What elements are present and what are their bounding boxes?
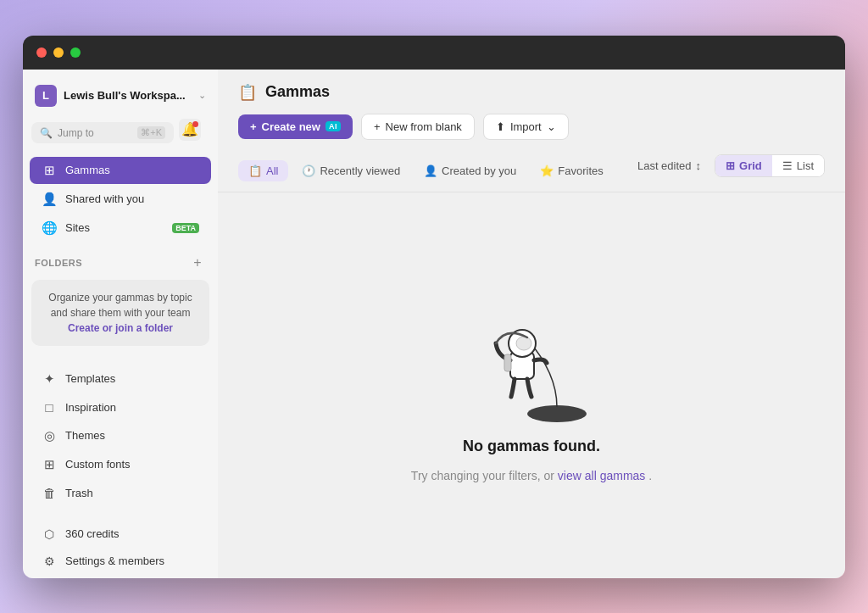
- globe-icon: 🌐: [42, 220, 57, 236]
- notification-dot: [192, 121, 198, 127]
- list-icon: ☰: [782, 159, 793, 172]
- sidebar-item-support[interactable]: 💬 Contact support: [30, 576, 211, 578]
- search-placeholder: Jump to: [58, 127, 132, 139]
- grid-icon: ⊞: [726, 159, 735, 172]
- new-blank-label: New from blank: [386, 120, 462, 133]
- list-view-button[interactable]: ☰ List: [772, 155, 824, 176]
- notification-button[interactable]: 🔔: [179, 119, 201, 141]
- credits-icon: ⬡: [42, 527, 57, 541]
- main-content: 📋 Gammas + Create new AI + New from blan…: [218, 70, 845, 578]
- folders-section-header: Folders +: [23, 248, 218, 275]
- sidebar-item-themes[interactable]: ◎ Themes: [30, 422, 211, 449]
- gammas-icon: ⊞: [42, 163, 57, 178]
- import-button[interactable]: ⬆ Import ⌄: [483, 114, 569, 140]
- sidebar-item-sites[interactable]: 🌐 Sites BETA: [30, 215, 211, 242]
- add-folder-button[interactable]: +: [189, 254, 206, 271]
- sidebar-item-inspiration[interactable]: □ Inspiration: [30, 394, 211, 421]
- sidebar-item-templates[interactable]: ✦ Templates: [30, 365, 211, 393]
- sidebar-item-settings[interactable]: ⚙ Settings & members: [30, 549, 211, 574]
- sidebar-item-label: Templates: [65, 372, 115, 385]
- filter-tab-label: Recently viewed: [320, 164, 400, 177]
- import-chevron-icon: ⌄: [547, 120, 556, 133]
- sort-button[interactable]: Last edited ↕: [631, 156, 708, 176]
- search-row: 🔍 Jump to ⌘+K 🔔: [31, 119, 209, 148]
- sort-icon: ↕: [696, 159, 702, 172]
- sidebar-item-label: Shared with you: [65, 192, 144, 205]
- sidebar-item-label: Sites: [65, 221, 90, 234]
- sidebar: L Lewis Bull's Workspa... ⌄ 🔍 Jump to ⌘+…: [23, 70, 218, 578]
- sidebar-item-shared[interactable]: 👤 Shared with you: [30, 186, 211, 213]
- user-icon: 👤: [424, 164, 437, 177]
- templates-icon: ✦: [42, 371, 57, 387]
- svg-rect-4: [504, 354, 511, 371]
- maximize-button[interactable]: [70, 47, 81, 58]
- search-bar[interactable]: 🔍 Jump to ⌘+K: [31, 122, 174, 143]
- trash-icon: 🗑: [42, 486, 57, 500]
- svg-point-0: [527, 405, 587, 422]
- gear-icon: ⚙: [42, 554, 57, 568]
- app-window: L Lewis Bull's Workspa... ⌄ 🔍 Jump to ⌘+…: [23, 36, 845, 578]
- toolbar: + Create new AI + New from blank ⬆ Impor…: [238, 114, 825, 140]
- sidebar-item-custom-fonts[interactable]: ⊞ Custom fonts: [30, 451, 211, 478]
- folder-promo: Organize your gammas by topic and share …: [31, 280, 209, 346]
- filter-tab-favorites[interactable]: ⭐ Favorites: [530, 160, 613, 181]
- create-new-button[interactable]: + Create new AI: [238, 114, 353, 139]
- sidebar-item-label: Gammas: [65, 164, 110, 176]
- filter-tab-label: Favorites: [558, 164, 603, 177]
- folder-promo-text: Organize your gammas by topic and share …: [48, 292, 192, 319]
- view-controls: Last edited ↕ ⊞ Grid ☰ List: [631, 154, 825, 177]
- search-icon: 🔍: [40, 127, 53, 139]
- workspace-name: Lewis Bull's Workspa...: [64, 89, 198, 102]
- main-body: No gammas found. Try changing your filte…: [218, 192, 845, 578]
- create-folder-link[interactable]: Create or join a folder: [68, 322, 173, 334]
- empty-subtitle-period: .: [648, 469, 652, 482]
- view-all-gammas-link[interactable]: view all gammas: [558, 469, 645, 482]
- beta-badge: BETA: [172, 223, 199, 233]
- empty-subtitle-text: Try changing your filters, or: [411, 469, 554, 482]
- view-toggle: ⊞ Grid ☰ List: [715, 154, 825, 177]
- empty-illustration: [447, 288, 616, 424]
- workspace-chevron-icon: ⌄: [198, 90, 206, 101]
- grid-view-button[interactable]: ⊞ Grid: [715, 155, 772, 176]
- empty-state-title: No gammas found.: [463, 437, 600, 455]
- plus-icon: +: [250, 120, 257, 133]
- ai-badge: AI: [326, 121, 341, 131]
- create-button-label: Create new: [262, 120, 320, 133]
- close-button[interactable]: [36, 47, 47, 58]
- filter-tab-all[interactable]: 📋 All: [238, 160, 288, 181]
- star-icon: ⭐: [540, 164, 554, 177]
- grid-label: Grid: [739, 159, 762, 172]
- svg-point-3: [516, 337, 531, 350]
- sidebar-item-label: Settings & members: [65, 554, 164, 567]
- titlebar: [23, 36, 845, 70]
- import-label: Import: [510, 120, 542, 133]
- import-icon: ⬆: [496, 120, 505, 133]
- search-shortcut: ⌘+K: [137, 126, 165, 139]
- sidebar-item-label: Custom fonts: [65, 458, 131, 471]
- filter-tab-created-by-you[interactable]: 👤 Created by you: [414, 160, 526, 181]
- person-icon: 👤: [42, 192, 57, 207]
- sidebar-item-trash[interactable]: 🗑 Trash: [30, 480, 211, 506]
- filter-tab-label: Created by you: [442, 164, 516, 177]
- minimize-button[interactable]: [53, 47, 64, 58]
- sidebar-item-label: Themes: [65, 429, 105, 442]
- sort-label: Last edited: [637, 159, 692, 172]
- workspace-header[interactable]: L Lewis Bull's Workspa... ⌄: [23, 80, 218, 112]
- filter-tabs: 📋 All 🕐 Recently viewed 👤 Created by you: [238, 160, 614, 181]
- app-body: L Lewis Bull's Workspa... ⌄ 🔍 Jump to ⌘+…: [23, 70, 845, 578]
- custom-fonts-icon: ⊞: [42, 457, 57, 472]
- blank-icon: +: [374, 120, 381, 133]
- list-label: List: [797, 159, 814, 172]
- sidebar-item-credits[interactable]: ⬡ 360 credits: [30, 521, 211, 547]
- themes-icon: ◎: [42, 428, 57, 443]
- workspace-avatar: L: [35, 85, 57, 107]
- filter-tab-recently-viewed[interactable]: 🕐 Recently viewed: [292, 160, 410, 181]
- sidebar-item-gammas[interactable]: ⊞ Gammas: [30, 157, 211, 184]
- main-header: 📋 Gammas + Create new AI + New from blan…: [218, 70, 845, 192]
- main-title-row: 📋 Gammas: [238, 83, 825, 102]
- main-title-icon: 📋: [238, 83, 257, 102]
- filter-tab-label: All: [266, 164, 278, 177]
- new-from-blank-button[interactable]: + New from blank: [361, 114, 475, 140]
- clock-icon: 🕐: [302, 164, 315, 177]
- page-title: Gammas: [265, 83, 330, 101]
